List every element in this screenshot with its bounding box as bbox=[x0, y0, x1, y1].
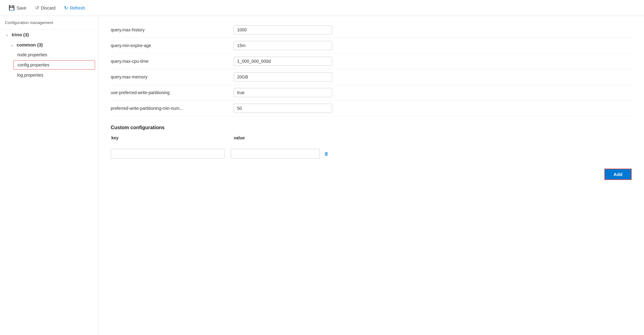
custom-value-input-1[interactable] bbox=[231, 149, 320, 159]
config-key-query-max-cpu-time: query.max-cpu-time bbox=[111, 59, 228, 64]
sidebar-item-trino[interactable]: ⌄ trino (3) bbox=[0, 30, 98, 40]
config-value-preferred-write-partitioning-min-num[interactable] bbox=[234, 104, 332, 113]
sidebar-item-log-properties[interactable]: log.properties bbox=[0, 70, 98, 80]
main-content: Configuration management ⌄ trino (3) ⌄ c… bbox=[0, 16, 644, 335]
config-row-query-max-cpu-time: query.max-cpu-time bbox=[111, 54, 632, 69]
config-key-query-max-history: query.max-history bbox=[111, 27, 228, 32]
config-row-query-max-history: query.max-history bbox=[111, 22, 632, 38]
refresh-button[interactable]: ↻ Refresh bbox=[60, 3, 89, 13]
discard-icon: ↺ bbox=[35, 5, 39, 11]
config-key-preferred-write-partitioning-min-num: preferred-write-partitioning-min-num... bbox=[111, 106, 228, 111]
config-properties-label: config.properties bbox=[18, 62, 50, 67]
config-key-use-preferred-write-partitioning: use-preferred-write-partitioning bbox=[111, 90, 228, 95]
custom-config-headers: key value bbox=[111, 135, 632, 143]
sidebar-item-config-properties[interactable]: config.properties bbox=[14, 60, 95, 70]
discard-button[interactable]: ↺ Discard bbox=[31, 3, 59, 13]
sidebar-item-common[interactable]: ⌄ common (3) bbox=[0, 40, 98, 50]
config-value-query-max-memory[interactable] bbox=[234, 72, 332, 82]
config-value-query-min-expire-age[interactable] bbox=[234, 41, 332, 50]
custom-config-row-1 bbox=[111, 146, 632, 161]
config-row-query-max-memory: query.max-memory bbox=[111, 69, 632, 85]
sidebar-header-text: Configuration management bbox=[5, 20, 53, 25]
add-button[interactable]: Add bbox=[604, 169, 632, 180]
common-label: common (3) bbox=[17, 42, 43, 47]
config-value-use-preferred-write-partitioning[interactable] bbox=[234, 88, 332, 97]
sidebar: Configuration management ⌄ trino (3) ⌄ c… bbox=[0, 16, 98, 335]
right-panel: query.max-history query.min-expire-age q… bbox=[98, 16, 644, 335]
node-properties-label: node.properties bbox=[17, 52, 47, 57]
config-key-query-min-expire-age: query.min-expire-age bbox=[111, 43, 228, 48]
trino-label: trino (3) bbox=[12, 32, 29, 37]
custom-key-input-1[interactable] bbox=[111, 149, 225, 159]
toolbar: 💾 Save ↺ Discard ↻ Refresh bbox=[0, 0, 644, 16]
refresh-icon: ↻ bbox=[64, 5, 68, 11]
config-row-use-preferred-write-partitioning: use-preferred-write-partitioning bbox=[111, 85, 632, 101]
chevron-down-icon: ⌄ bbox=[5, 33, 9, 37]
delete-row-button-1[interactable] bbox=[322, 150, 331, 158]
save-icon: 💾 bbox=[9, 5, 15, 11]
log-properties-label: log.properties bbox=[17, 73, 43, 78]
save-button[interactable]: 💾 Save bbox=[5, 3, 30, 13]
config-value-query-max-cpu-time[interactable] bbox=[234, 57, 332, 66]
app-container: 💾 Save ↺ Discard ↻ Refresh Configuration… bbox=[0, 0, 644, 335]
custom-value-header: value bbox=[234, 135, 245, 140]
config-row-query-min-expire-age: query.min-expire-age bbox=[111, 38, 632, 54]
discard-label: Discard bbox=[41, 6, 55, 10]
trash-icon bbox=[324, 151, 329, 157]
config-row-preferred-write-partitioning-min-num: preferred-write-partitioning-min-num... bbox=[111, 101, 632, 116]
custom-value-wrapper-1 bbox=[231, 149, 331, 159]
custom-config-section: Custom configurations key value Add bbox=[111, 125, 632, 186]
add-row: Add bbox=[111, 169, 632, 186]
config-key-query-max-memory: query.max-memory bbox=[111, 74, 228, 79]
config-value-query-max-history[interactable] bbox=[234, 25, 332, 34]
config-rows: query.max-history query.min-expire-age q… bbox=[111, 22, 632, 116]
save-label: Save bbox=[17, 6, 26, 10]
refresh-label: Refresh bbox=[70, 6, 85, 10]
chevron-down-icon: ⌄ bbox=[10, 43, 14, 47]
sidebar-header: Configuration management bbox=[0, 16, 98, 30]
sidebar-item-node-properties[interactable]: node.properties bbox=[0, 50, 98, 60]
custom-key-header: key bbox=[111, 135, 228, 140]
custom-section-title: Custom configurations bbox=[111, 125, 632, 130]
